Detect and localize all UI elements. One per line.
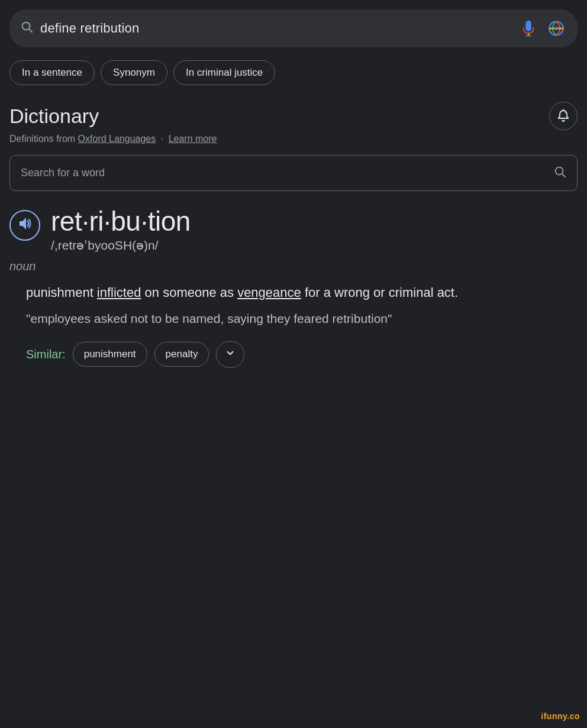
chip-in-a-sentence[interactable]: In a sentence [9,60,95,85]
similar-chip-punishment[interactable]: punishment [73,342,147,367]
dictionary-header: Dictionary + [9,102,578,130]
dictionary-section: Dictionary + Definitions from Oxford Lan… [0,96,587,368]
chip-synonym[interactable]: Synonym [101,60,167,85]
svg-text:+: + [565,111,567,115]
alert-button[interactable]: + [549,102,578,130]
word-phonetic: /ˌretrəˈbyooSH(ə)n/ [51,238,578,253]
search-bar[interactable]: define retribution [9,9,578,47]
part-of-speech: noun [9,260,578,273]
word-info: ret·ri·bu·tion /ˌretrəˈbyooSH(ə)n/ [51,205,578,253]
inflicted-link[interactable]: inflicted [97,285,141,300]
dictionary-title: Dictionary [9,105,99,128]
search-icon [20,20,33,37]
oxford-languages-link[interactable]: Oxford Languages [78,134,156,144]
vengeance-link[interactable]: vengeance [237,285,301,300]
word-syllabified: ret·ri·bu·tion [51,205,578,237]
similar-chip-penalty[interactable]: penalty [154,342,209,367]
chip-criminal-justice[interactable]: In criminal justice [173,60,275,85]
search-query: define retribution [40,21,511,36]
word-search-icon [553,165,566,181]
definition-block: punishment inflicted on someone as venge… [9,283,578,328]
lens-icon[interactable] [546,18,567,39]
svg-marker-9 [20,218,26,229]
show-more-similar-button[interactable] [216,341,244,368]
example-text: "employees asked not to be named, saying… [26,309,578,328]
svg-line-8 [562,174,565,177]
ifunny-watermark: ifunny.co [541,711,580,721]
similar-label: Similar: [26,348,66,361]
learn-more-link[interactable]: Learn more [169,134,217,144]
word-search-placeholder: Search for a word [21,167,105,179]
speaker-button[interactable] [9,210,40,241]
definition-text: punishment inflicted on someone as venge… [26,283,578,302]
similar-row: Similar: punishment penalty [9,341,578,368]
source-line: Definitions from Oxford Languages · Lear… [9,134,578,144]
word-text: ret·ri·bu·tion [51,206,191,237]
speaker-icon [18,216,32,234]
svg-line-1 [29,29,32,32]
svg-point-5 [554,26,558,30]
mic-icon[interactable] [518,18,538,38]
word-entry: ret·ri·bu·tion /ˌretrəˈbyooSH(ə)n/ [9,205,578,253]
filter-chips-row: In a sentence Synonym In criminal justic… [0,54,587,96]
word-search-box[interactable]: Search for a word [9,155,578,191]
